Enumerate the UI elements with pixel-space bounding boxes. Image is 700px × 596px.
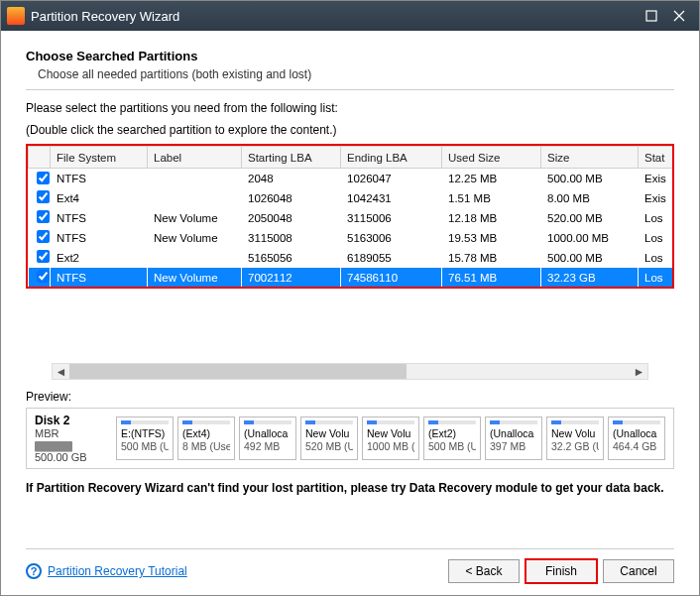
chip-size: 492 MB	[244, 440, 292, 453]
cell-end: 6189055	[341, 248, 442, 268]
divider	[26, 89, 674, 90]
cell-used: 12.25 MB	[442, 169, 541, 188]
chip-name: New Volu	[367, 427, 414, 440]
col-label[interactable]: Label	[148, 147, 242, 169]
row-checkbox[interactable]	[37, 172, 50, 184]
finish-button[interactable]: Finish	[525, 559, 597, 583]
col-ending-lba[interactable]: Ending LBA	[341, 147, 442, 169]
col-status[interactable]: Stat	[639, 147, 674, 169]
cell-used: 15.78 MB	[442, 248, 541, 268]
col-checkbox[interactable]	[29, 147, 51, 169]
chip-size: 8 MB (Use	[182, 440, 230, 453]
svg-rect-0	[646, 11, 656, 21]
close-button[interactable]	[665, 6, 693, 26]
cell-used: 19.53 MB	[442, 228, 541, 248]
chip-size: 464.4 GB	[613, 440, 660, 453]
partition-chip[interactable]: (Ext2)500 MB (U	[423, 417, 481, 460]
content-area: Choose Searched Partitions Choose all ne…	[1, 31, 699, 495]
cell-start: 2048	[242, 169, 341, 188]
chip-name: New Volu	[551, 427, 599, 440]
back-button[interactable]: < Back	[448, 559, 520, 583]
cell-status: Los	[639, 268, 674, 288]
preview-label: Preview:	[26, 390, 674, 404]
cell-size: 500.00 MB	[541, 248, 639, 268]
row-checkbox[interactable]	[37, 190, 50, 203]
preview-box: Disk 2 MBR 500.00 GB E:(NTFS)500 MB (U(E…	[26, 408, 674, 469]
cell-start: 1026048	[242, 188, 341, 208]
partition-chip[interactable]: (Unalloca492 MB	[239, 417, 296, 460]
chip-size: 1000 MB (	[367, 440, 414, 453]
cell-start: 2050048	[242, 208, 341, 228]
table-row[interactable]: Ext25165056618905515.78 MB500.00 MBLos	[29, 248, 674, 268]
disk-info: Disk 2 MBR 500.00 GB	[35, 414, 112, 463]
cell-start: 7002112	[242, 268, 341, 288]
chip-name: New Volu	[305, 427, 353, 440]
chip-name: (Unalloca	[490, 427, 537, 440]
chip-size: 397 MB	[490, 440, 537, 453]
chip-size: 520 MB (U	[305, 440, 353, 453]
row-checkbox[interactable]	[37, 250, 50, 263]
table-row[interactable]: NTFS2048102604712.25 MB500.00 MBExis	[29, 169, 674, 188]
page-subheading: Choose all needed partitions (both exist…	[38, 67, 674, 81]
cell-status: Los	[639, 228, 674, 248]
cell-end: 1042431	[341, 188, 442, 208]
cell-end: 74586110	[341, 268, 442, 288]
partition-chip[interactable]: E:(NTFS)500 MB (U	[116, 417, 174, 460]
tutorial-link[interactable]: Partition Recovery Tutorial	[48, 564, 187, 578]
cell-fs: NTFS	[51, 208, 148, 228]
col-size[interactable]: Size	[541, 147, 639, 169]
help-icon[interactable]: ?	[26, 563, 42, 579]
row-checkbox[interactable]	[37, 210, 50, 223]
partition-chip[interactable]: (Ext4)8 MB (Use	[177, 417, 235, 460]
disk-capacity: 500.00 GB	[35, 451, 112, 463]
cell-label	[148, 169, 242, 188]
cell-fs: NTFS	[51, 169, 148, 188]
table-header-row: File System Label Starting LBA Ending LB…	[29, 147, 674, 169]
cell-status: Exis	[639, 188, 674, 208]
scrollbar-thumb[interactable]	[69, 364, 407, 379]
footer: ? Partition Recovery Tutorial < Back Fin…	[26, 548, 674, 583]
recovery-note: If Partition Recovery Wizard can't find …	[26, 481, 674, 495]
row-checkbox[interactable]	[37, 270, 50, 283]
page-heading: Choose Searched Partitions	[26, 49, 674, 63]
cell-label	[148, 248, 242, 268]
partition-table[interactable]: File System Label Starting LBA Ending LB…	[26, 144, 674, 289]
cancel-button[interactable]: Cancel	[603, 559, 674, 583]
cell-size: 1000.00 MB	[541, 228, 639, 248]
cell-fs: NTFS	[51, 228, 148, 248]
partition-chip[interactable]: New Volu32.2 GB (U	[546, 417, 604, 460]
disk-type: MBR	[35, 427, 58, 439]
disk-icon	[35, 441, 72, 451]
scroll-right-icon[interactable]: ►	[631, 364, 647, 379]
table-row[interactable]: NTFSNew Volume3115008516300619.53 MB1000…	[29, 228, 674, 248]
partition-chip[interactable]: New Volu1000 MB (	[362, 417, 419, 460]
partition-chip[interactable]: (Unalloca397 MB	[485, 417, 542, 460]
horizontal-scrollbar[interactable]: ◄ ►	[52, 363, 648, 380]
partition-chip[interactable]: New Volu520 MB (U	[300, 417, 358, 460]
scroll-left-icon[interactable]: ◄	[53, 364, 69, 379]
cell-label: New Volume	[148, 268, 242, 288]
chip-name: E:(NTFS)	[121, 427, 169, 440]
col-starting-lba[interactable]: Starting LBA	[242, 147, 341, 169]
cell-status: Los	[639, 248, 674, 268]
maximize-button[interactable]	[638, 6, 665, 26]
col-used-size[interactable]: Used Size	[442, 147, 541, 169]
cell-status: Exis	[639, 169, 674, 188]
chip-name: (Ext4)	[182, 427, 230, 440]
cell-used: 1.51 MB	[442, 188, 541, 208]
instruction-line1: Please select the partitions you need fr…	[26, 100, 674, 116]
table-row[interactable]: NTFSNew Volume2050048311500612.18 MB520.…	[29, 208, 674, 228]
cell-label: New Volume	[148, 208, 242, 228]
table-row[interactable]: NTFSNew Volume70021127458611076.51 MB32.…	[29, 268, 674, 288]
table-row[interactable]: Ext4102604810424311.51 MB8.00 MBExis	[29, 188, 674, 208]
cell-size: 520.00 MB	[541, 208, 639, 228]
window-title: Partition Recovery Wizard	[31, 9, 638, 24]
partition-chip[interactable]: (Unalloca464.4 GB	[608, 417, 665, 460]
cell-fs: Ext4	[51, 188, 148, 208]
chip-size: 500 MB (U	[121, 440, 169, 453]
cell-size: 32.23 GB	[541, 268, 639, 288]
cell-fs: NTFS	[51, 268, 148, 288]
col-filesystem[interactable]: File System	[51, 147, 148, 169]
cell-label	[148, 188, 242, 208]
row-checkbox[interactable]	[37, 230, 50, 243]
